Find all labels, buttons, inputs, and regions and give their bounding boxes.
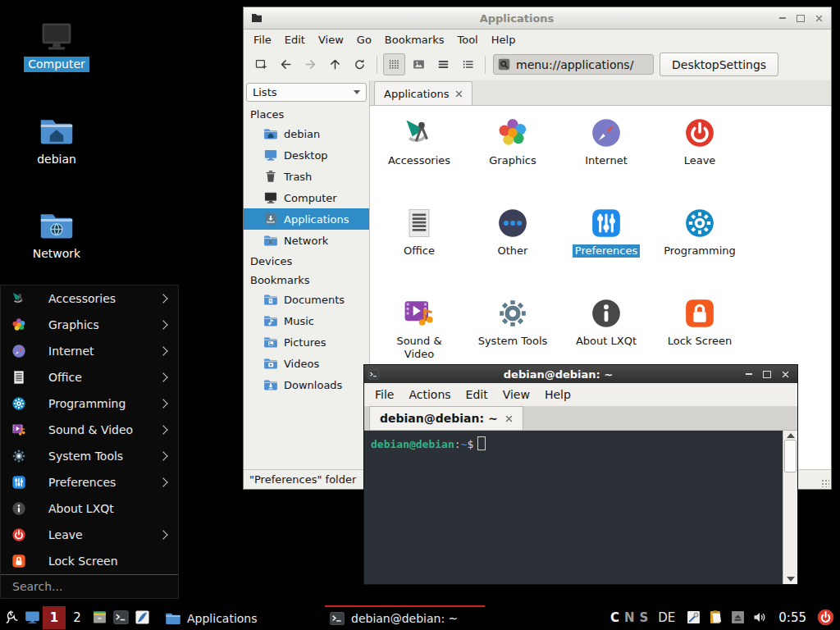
place-desktop[interactable]: Desktop xyxy=(244,144,369,166)
forward-button[interactable] xyxy=(299,53,322,75)
screenshot-tool-icon[interactable] xyxy=(685,609,702,626)
menu-search-input[interactable] xyxy=(11,579,168,594)
tab-close-icon[interactable] xyxy=(455,90,463,98)
compact-view-button[interactable] xyxy=(457,53,479,75)
item-other[interactable]: Other xyxy=(466,199,559,290)
term-menu-file[interactable]: File xyxy=(368,385,401,404)
show-desktop-button[interactable] xyxy=(21,605,43,629)
back-button[interactable] xyxy=(275,53,297,75)
scroll-down-icon[interactable] xyxy=(787,577,795,582)
close-button[interactable] xyxy=(779,368,791,380)
terminal-titlebar[interactable]: debian@debian: ~ xyxy=(364,365,797,383)
volume-icon[interactable] xyxy=(751,609,769,626)
item-leave[interactable]: Leave xyxy=(653,109,746,199)
fm-menu-tool[interactable]: Tool xyxy=(450,30,484,49)
power-button-icon[interactable] xyxy=(816,608,835,627)
minimize-button[interactable] xyxy=(743,368,755,380)
address-bar[interactable]: menu://applications/ xyxy=(493,54,654,75)
featherpad-icon xyxy=(134,609,151,626)
terminal-tab[interactable]: debian@debian: ~ xyxy=(369,406,523,430)
up-button[interactable] xyxy=(324,53,346,75)
terminal-screen[interactable]: debian@debian:~$ xyxy=(364,431,783,584)
quicklaunch-featherpad[interactable] xyxy=(131,605,153,629)
quicklaunch-terminal[interactable] xyxy=(110,605,131,629)
bookmark-downloads[interactable]: Downloads xyxy=(244,374,369,395)
menu-item-lock-screen[interactable]: Lock Screen xyxy=(1,548,178,574)
close-button[interactable] xyxy=(813,12,824,24)
computer-icon xyxy=(39,18,75,54)
desktop-settings-button[interactable]: DesktopSettings xyxy=(660,52,778,76)
task-button-terminal[interactable]: debian@debian: ~ xyxy=(325,605,485,629)
fm-menu-file[interactable]: File xyxy=(247,30,278,49)
quicklaunch-file-manager[interactable] xyxy=(89,605,110,629)
item-label: System Tools xyxy=(476,335,550,348)
sidebar-mode-select[interactable]: Lists xyxy=(246,83,367,102)
keyboard-layout-indicator[interactable]: DE xyxy=(658,610,675,625)
term-menu-actions[interactable]: Actions xyxy=(401,385,458,404)
thumbnail-view-button[interactable] xyxy=(408,53,430,75)
menu-item-system-tools[interactable]: System Tools xyxy=(1,443,178,469)
menu-item-programming[interactable]: Programming xyxy=(1,390,178,417)
tab-applications[interactable]: Applications xyxy=(374,81,472,105)
item-graphics[interactable]: Graphics xyxy=(466,109,559,199)
bookmark-music[interactable]: Music xyxy=(244,310,369,331)
place-applications[interactable]: Applications xyxy=(244,208,369,230)
main-menu-button[interactable] xyxy=(0,605,21,629)
new-tab-button[interactable] xyxy=(250,53,272,75)
item-internet[interactable]: Internet xyxy=(559,109,653,199)
maximize-button[interactable] xyxy=(761,368,773,380)
fm-menu-go[interactable]: Go xyxy=(350,30,378,49)
clock[interactable]: 0:55 xyxy=(778,610,806,625)
place-debian[interactable]: debian xyxy=(244,123,369,144)
terminal-scrollbar[interactable] xyxy=(783,431,797,584)
menu-item-about-lxqt[interactable]: About LXQt xyxy=(1,495,178,522)
item-accessories[interactable]: Accessories xyxy=(372,109,466,199)
fm-menu-edit[interactable]: Edit xyxy=(278,30,312,49)
icon-view-button[interactable] xyxy=(383,53,405,75)
place-label: Computer xyxy=(284,192,337,204)
tab-close-icon[interactable] xyxy=(505,415,513,422)
place-computer[interactable]: Computer xyxy=(244,187,369,208)
reload-button[interactable] xyxy=(349,53,371,75)
menu-item-preferences[interactable]: Preferences xyxy=(1,469,178,495)
place-network[interactable]: Network xyxy=(244,230,369,251)
maximize-button[interactable] xyxy=(795,12,806,24)
workspace-2-button[interactable]: 2 xyxy=(66,606,89,629)
menu-item-internet[interactable]: Internet xyxy=(1,338,178,364)
desktop-icon-label: Network xyxy=(29,246,84,262)
item-office[interactable]: Office xyxy=(372,199,466,290)
bookmark-pictures[interactable]: Pictures xyxy=(244,331,369,353)
menu-item-label: Internet xyxy=(48,345,160,358)
clipboard-icon[interactable] xyxy=(707,609,724,626)
menu-item-accessories[interactable]: Accessories xyxy=(1,285,178,312)
menu-item-office[interactable]: Office xyxy=(1,364,178,390)
detailed-list-view-button[interactable] xyxy=(432,53,454,75)
task-button-applications[interactable]: Applications xyxy=(161,605,321,629)
scroll-up-icon[interactable] xyxy=(787,433,795,438)
fm-menu-view[interactable]: View xyxy=(312,30,350,49)
menu-item-sound-video[interactable]: Sound & Video xyxy=(1,417,178,443)
workspace-1-button[interactable]: 1 xyxy=(43,606,66,629)
place-trash[interactable]: Trash xyxy=(244,166,369,187)
item-preferences[interactable]: Preferences xyxy=(559,199,653,290)
term-menu-edit[interactable]: Edit xyxy=(459,385,495,404)
menu-item-leave[interactable]: Leave xyxy=(1,522,178,548)
scrollbar-thumb[interactable] xyxy=(784,440,797,472)
desktop-icon-network[interactable]: Network xyxy=(16,208,97,262)
menu-item-graphics[interactable]: Graphics xyxy=(1,312,178,338)
item-programming[interactable]: Programming xyxy=(653,199,746,290)
eject-icon[interactable] xyxy=(729,609,746,626)
fm-titlebar[interactable]: Applications xyxy=(244,7,831,30)
term-menu-help[interactable]: Help xyxy=(537,385,578,404)
minimize-button[interactable] xyxy=(777,12,788,24)
fm-menu-help[interactable]: Help xyxy=(485,30,523,49)
term-menu-view[interactable]: View xyxy=(495,385,537,404)
desktop-icon-computer[interactable]: Computer xyxy=(16,18,97,72)
task-label: debian@debian: ~ xyxy=(351,612,458,625)
folder-home-icon xyxy=(263,126,278,141)
fm-menu-bookmarks[interactable]: Bookmarks xyxy=(378,30,451,49)
bookmark-documents[interactable]: Documents xyxy=(244,289,369,310)
desktop-icon-debian[interactable]: debian xyxy=(16,113,97,167)
bookmark-videos[interactable]: Videos xyxy=(244,353,369,374)
resize-grip[interactable] xyxy=(821,479,829,487)
